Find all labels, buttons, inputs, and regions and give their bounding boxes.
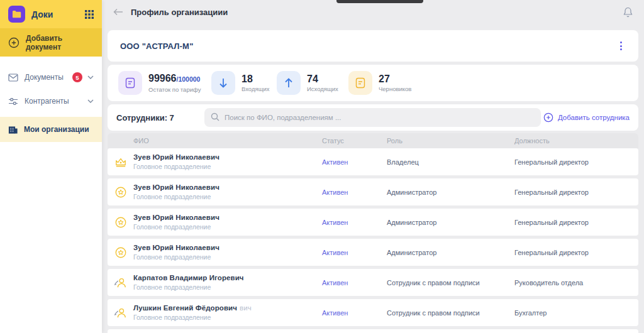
stat-drafts: 27 Черновиков	[348, 71, 411, 95]
employee-name: Зуев Юрий Николаевич	[133, 214, 219, 221]
stats-card: 99966/100000 Остаток по тарифу 18 Входящ…	[108, 65, 638, 101]
page-title: Профиль организациии	[131, 8, 228, 17]
employee-unit: Головное подразделение	[133, 314, 322, 321]
column-header-position: Должность	[514, 137, 638, 145]
stat-value: 74	[307, 74, 318, 84]
building-icon	[8, 125, 18, 134]
status-badge: Активен	[322, 309, 387, 317]
admin-badge-icon	[108, 186, 133, 199]
employee-role: Администратор	[387, 188, 514, 196]
app-logo-icon	[8, 6, 25, 23]
employee-position: Генеральный директор	[514, 158, 638, 166]
employee-role: Сотрудник с правом подписи	[387, 309, 514, 317]
bell-icon[interactable]	[623, 7, 633, 18]
employee-name: Карпатов Владимир Игоревич	[133, 274, 244, 281]
employee-unit: Головное подразделение	[133, 223, 322, 231]
employee-name: Лушкин Евгений Фёдорович	[133, 304, 237, 312]
employee-position: Генеральный директор	[514, 188, 638, 196]
admin-badge-icon	[108, 216, 133, 229]
chevron-down-icon	[87, 75, 94, 79]
sidebar-item-counterparties[interactable]: Контрагенты	[0, 89, 102, 113]
stat-label: Черновиков	[379, 85, 411, 92]
stat-value: 27	[379, 74, 390, 84]
employee-position: Генеральный директор	[514, 219, 638, 226]
stat-outgoing: 74 Исходящих	[277, 71, 348, 95]
stat-incoming: 18 Входящих	[211, 71, 277, 95]
add-employee-label: Добавить сотрудника	[558, 114, 630, 121]
kebab-menu-icon[interactable]	[616, 38, 626, 54]
admin-badge-icon	[108, 246, 133, 259]
arrow-up-icon	[277, 71, 301, 95]
tune-icon	[8, 97, 18, 106]
employee-role: Администратор	[387, 249, 514, 256]
table-row[interactable]: Зуев Юрий Николаевич Головное подразделе…	[108, 209, 638, 236]
table-row[interactable]: Карпатов Владимир Игоревич Головное подр…	[108, 269, 638, 296]
stat-label: Остаток по тарифу	[148, 86, 201, 93]
search-input[interactable]	[204, 108, 541, 127]
window-notch	[336, 0, 423, 3]
stat-value: 99966	[148, 73, 177, 84]
main-area: Профиль организациии ООО "АСТРАЛ-М" 9996…	[102, 0, 644, 333]
sidebar-item-my-organizations[interactable]: Мои организации	[0, 117, 102, 142]
employee-search	[204, 108, 541, 127]
status-badge: Активен	[322, 188, 387, 196]
signer-icon	[108, 307, 133, 319]
add-employee-button[interactable]: Добавить сотрудника	[543, 112, 630, 123]
plus-circle-icon	[543, 112, 553, 123]
arrow-down-icon	[211, 71, 235, 95]
table-row[interactable]: Зуев Юрий Николаевич Головное подразделе…	[108, 178, 638, 205]
column-header-role: Роль	[387, 137, 514, 145]
app-logo-row: Доки	[0, 0, 102, 28]
status-badge: Активен	[322, 249, 387, 256]
employee-name: Зуев Юрий Николаевич	[133, 183, 219, 191]
add-document-label: Добавить документ	[26, 34, 94, 52]
employee-unit: Головное подразделение	[133, 193, 322, 200]
employee-role: Сотрудник с правом подписи	[387, 279, 514, 287]
employee-name: Зуев Юрий Николаевич	[133, 153, 219, 161]
stat-value: 18	[242, 74, 253, 84]
status-badge: Активен	[322, 219, 387, 226]
table-row-partial	[108, 329, 638, 333]
documents-badge: 5	[72, 72, 82, 82]
envelope-icon	[8, 74, 18, 82]
signer-icon	[108, 276, 133, 289]
table-header: ФИО Статус Роль Должность	[108, 133, 638, 148]
status-badge: Активен	[322, 279, 387, 287]
stat-label: Входящих	[242, 85, 270, 92]
employees-toolbar: Сотрудники: 7 Добавить сотрудника	[108, 104, 638, 131]
crown-icon	[108, 156, 133, 168]
employee-position: Руководитель отдела	[514, 279, 638, 287]
document-icon	[118, 71, 142, 95]
employee-role: Владелец	[387, 158, 514, 166]
employee-unit: Головное подразделение	[133, 283, 322, 291]
status-badge: Активен	[322, 158, 387, 166]
sidebar-item-label: Документы	[25, 73, 64, 82]
organization-name: ООО "АСТРАЛ-М"	[120, 41, 194, 51]
employee-name: Зуев Юрий Николаевич	[133, 244, 219, 251]
sidebar-item-documents[interactable]: Документы 5	[0, 65, 102, 89]
employee-name-suffix: вич	[240, 304, 252, 312]
column-header-status: Статус	[322, 137, 387, 145]
stat-suffix: /100000	[177, 75, 201, 83]
table-row[interactable]: Зуев Юрий Николаевич Головное подразделе…	[108, 239, 638, 266]
employee-position: Бухгалтер	[514, 309, 638, 317]
chevron-down-icon	[87, 99, 94, 103]
employee-unit: Головное подразделение	[133, 253, 322, 261]
add-document-button[interactable]: Добавить документ	[0, 28, 102, 57]
organization-card: ООО "АСТРАЛ-М"	[108, 30, 638, 62]
search-icon	[211, 112, 219, 121]
table-row[interactable]: Лушкин Евгений Фёдоровичвич Головное под…	[108, 299, 638, 326]
employee-unit: Головное подразделение	[133, 163, 322, 170]
table-row[interactable]: Зуев Юрий Николаевич Головное подразделе…	[108, 148, 638, 175]
sidebar-menu: Документы 5 Контрагенты	[0, 57, 102, 142]
employees-table: Зуев Юрий Николаевич Головное подразделе…	[108, 148, 638, 333]
page-header: Профиль организациии	[102, 0, 644, 24]
employee-position: Генеральный директор	[514, 249, 638, 256]
back-arrow-icon[interactable]	[113, 8, 123, 16]
column-header-name: ФИО	[133, 137, 322, 145]
apps-grid-icon[interactable]	[85, 10, 94, 19]
sidebar: Доки Добавить документ Документы	[0, 0, 102, 333]
employee-role: Администратор	[387, 219, 514, 226]
stat-tariff: 99966/100000 Остаток по тарифу	[118, 71, 211, 95]
plus-circle-icon	[8, 37, 19, 48]
